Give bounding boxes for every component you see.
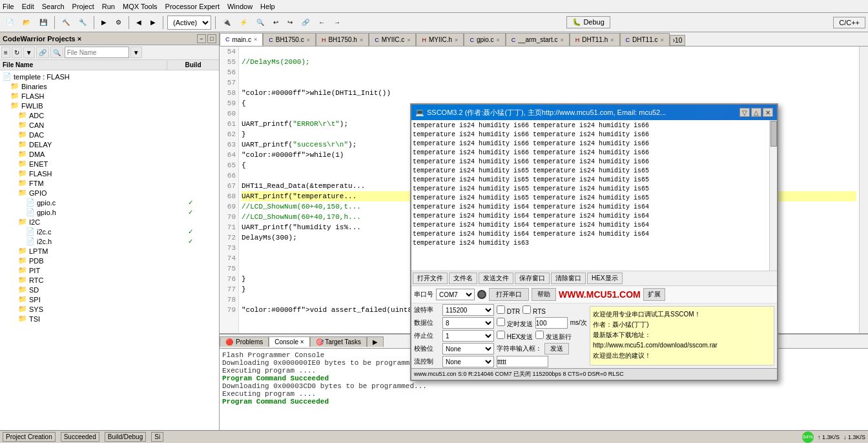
si-section[interactable]: Si bbox=[151, 432, 163, 442]
tab-close-btn[interactable]: × bbox=[660, 37, 663, 43]
toolbar-extra4[interactable]: ↩ bbox=[270, 17, 282, 28]
tree-item[interactable]: 📁ADC bbox=[1, 110, 218, 120]
tree-item[interactable]: 📄i2c.c✓ bbox=[1, 227, 218, 236]
code-line bbox=[242, 108, 856, 119]
tree-item[interactable]: 📁Binaries bbox=[1, 81, 218, 91]
toolbar-forward[interactable]: ▶ bbox=[147, 17, 159, 28]
tab-__arm_start.c[interactable]: C__arm_start.c× bbox=[506, 33, 570, 46]
tree-item[interactable]: 📁DMA bbox=[1, 149, 218, 159]
tab-BH1750.h[interactable]: HBH1750.h× bbox=[316, 33, 369, 46]
tab-close-btn[interactable]: × bbox=[610, 37, 614, 43]
tab-main.c[interactable]: Cmain.c× bbox=[220, 33, 263, 46]
tab-icon: C bbox=[470, 37, 474, 43]
build-debug-section[interactable]: Build/Debug bbox=[105, 432, 146, 442]
panel-maximize[interactable]: □ bbox=[207, 34, 216, 43]
tab-close-btn[interactable]: × bbox=[360, 37, 363, 43]
file-tree[interactable]: 📄templete : FLASH📁Binaries📁FLASH📁FWLIB📁A… bbox=[0, 70, 219, 430]
tab-close-btn[interactable]: × bbox=[560, 37, 563, 43]
tree-item[interactable]: 📁GPIO bbox=[1, 188, 218, 198]
toolbar-open[interactable]: 📂 bbox=[19, 17, 34, 28]
panel-minimize[interactable]: − bbox=[197, 34, 206, 43]
explorer-btn4[interactable]: 🔗 bbox=[36, 46, 49, 58]
tree-item[interactable]: 📄templete : FLASH bbox=[1, 72, 218, 81]
tab-close-btn[interactable]: × bbox=[254, 36, 257, 43]
toolbar-extra2[interactable]: ⚡ bbox=[236, 17, 251, 28]
menu-edit[interactable]: Edit bbox=[22, 3, 34, 10]
tree-item[interactable]: 📁ENET bbox=[1, 159, 218, 169]
tree-item[interactable]: 📁LPTM bbox=[1, 246, 218, 256]
code-content[interactable]: //DelayMs(2000); "color:#0000ff">while(D… bbox=[239, 46, 859, 333]
tree-item[interactable]: 📁TSI bbox=[1, 314, 218, 324]
tree-item[interactable]: 📁FLASH bbox=[1, 91, 218, 101]
toolbar-extra1[interactable]: 🔌 bbox=[220, 17, 234, 28]
tree-item[interactable]: 📁DAC bbox=[1, 130, 218, 139]
tab-DHT11.c[interactable]: CDHT11.c× bbox=[620, 33, 670, 46]
tab-gpio.c[interactable]: Cgpio.c× bbox=[464, 33, 505, 46]
menu-project[interactable]: Project bbox=[72, 3, 94, 10]
editor-scrollbar[interactable] bbox=[859, 46, 868, 333]
toolbar-save[interactable]: 💾 bbox=[36, 17, 50, 28]
toolbar-extra3[interactable]: 🔍 bbox=[253, 17, 267, 28]
tree-item[interactable]: 📁SPI bbox=[1, 294, 218, 304]
tree-item[interactable]: 📁CAN bbox=[1, 120, 218, 130]
tree-item[interactable]: 📁PDB bbox=[1, 256, 218, 265]
tab-DHT11.h[interactable]: HDHT11.h× bbox=[570, 33, 620, 46]
tab-overflow[interactable]: ›10 bbox=[670, 35, 685, 46]
toolbar-nav-fwd[interactable]: → bbox=[331, 17, 344, 28]
explorer-btn1[interactable]: ≡ bbox=[1, 46, 10, 58]
toolbar-build[interactable]: 🔨 bbox=[59, 17, 73, 28]
tab-MYIIC.h[interactable]: HMYIIC.h× bbox=[416, 33, 464, 46]
tree-item[interactable]: 📁FLASH bbox=[1, 169, 218, 178]
menu-run[interactable]: Run bbox=[102, 3, 115, 10]
tab-more[interactable]: ▶ bbox=[367, 336, 384, 347]
tree-item[interactable]: 📁FWLIB bbox=[1, 101, 218, 110]
build-check: ✓ bbox=[165, 238, 216, 245]
tab-icon: C bbox=[626, 37, 630, 43]
active-config-dropdown[interactable]: (Active) bbox=[167, 15, 211, 30]
toolbar-nav-back[interactable]: ← bbox=[315, 17, 328, 28]
toolbar-extra5[interactable]: ↪ bbox=[284, 17, 296, 28]
line-number: 75 bbox=[222, 263, 236, 274]
tree-item[interactable]: 📁PIT bbox=[1, 265, 218, 275]
toolbar-new[interactable]: 📄 bbox=[3, 17, 17, 28]
menu-search[interactable]: Search bbox=[42, 3, 65, 10]
tab-MYIIC.c[interactable]: CMYIIC.c× bbox=[369, 33, 416, 46]
tab-BH1750.c[interactable]: CBH1750.c× bbox=[263, 33, 316, 46]
toolbar-hammer2[interactable]: 🔧 bbox=[76, 17, 90, 28]
tab-close-btn[interactable]: × bbox=[455, 37, 458, 43]
tab-close-btn[interactable]: × bbox=[307, 37, 310, 43]
explorer-btn3[interactable]: ▼ bbox=[23, 46, 35, 58]
tree-item[interactable]: 📁SD bbox=[1, 285, 218, 294]
tree-item[interactable]: 📄gpio.c✓ bbox=[1, 198, 218, 207]
toolbar-back[interactable]: ◀ bbox=[133, 17, 145, 28]
menu-file[interactable]: File bbox=[3, 3, 14, 10]
tree-item[interactable]: 📁SYS bbox=[1, 304, 218, 314]
menu-help[interactable]: Help bbox=[260, 3, 275, 10]
explorer-btn5[interactable]: 🔍 bbox=[50, 46, 63, 58]
tree-item[interactable]: 📁DELAY bbox=[1, 139, 218, 149]
explorer-btn2[interactable]: ↻ bbox=[12, 46, 22, 58]
tree-item-name: 📁DAC bbox=[18, 130, 216, 139]
tab-close-btn[interactable]: × bbox=[497, 37, 500, 43]
tab-close-btn[interactable]: × bbox=[407, 37, 410, 43]
tree-item[interactable]: 📄i2c.h✓ bbox=[1, 236, 218, 246]
search-input[interactable] bbox=[65, 46, 129, 58]
console-area[interactable]: Flash Programmer Console Downloading 0x0… bbox=[220, 349, 868, 430]
toolbar-debug-run[interactable]: ⚙ bbox=[112, 17, 125, 28]
menu-mqx[interactable]: MQX Tools bbox=[123, 3, 158, 10]
tree-item[interactable]: 📄gpio.h✓ bbox=[1, 207, 218, 217]
tree-item[interactable]: 📁RTC bbox=[1, 275, 218, 285]
project-creation-section[interactable]: Project Creation bbox=[3, 432, 56, 442]
toolbar-extra6[interactable]: 🔗 bbox=[298, 17, 313, 28]
tree-item[interactable]: 📁FTM bbox=[1, 178, 218, 188]
tab-problems[interactable]: 🔴 Problems bbox=[220, 336, 269, 347]
succeeded-section[interactable]: Succeeded bbox=[61, 432, 99, 442]
explorer-dropdown-btn[interactable]: ▼ bbox=[130, 46, 142, 58]
menu-window[interactable]: Window bbox=[227, 3, 253, 10]
toolbar-run[interactable]: ▶ bbox=[98, 17, 110, 28]
tab-console[interactable]: Console × bbox=[269, 336, 309, 347]
menu-processor[interactable]: Processor Expert bbox=[165, 3, 220, 10]
code-line: UART_printf("temperature... bbox=[242, 191, 856, 201]
tree-item[interactable]: 📁I2C bbox=[1, 217, 218, 227]
tab-target-tasks[interactable]: 🎯 Target Tasks bbox=[310, 336, 367, 347]
